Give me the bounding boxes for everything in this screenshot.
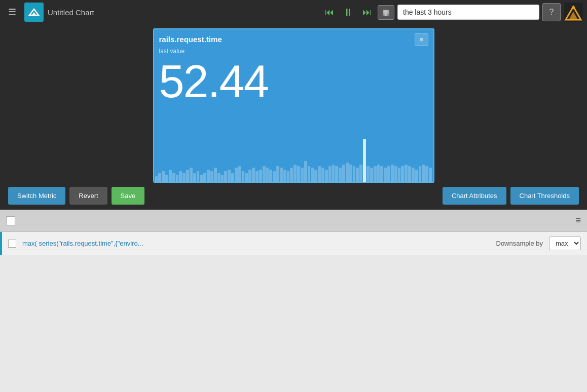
bar-chart-bar	[165, 175, 168, 182]
bar-chart-bar	[252, 168, 255, 181]
logo-box	[24, 3, 44, 22]
bar-chart-bar	[193, 173, 196, 182]
bar-chart-bar	[245, 173, 248, 182]
row-metric-text: max( series("rails.request.time",{"envir…	[22, 240, 490, 247]
revert-button[interactable]: Revert	[69, 187, 107, 205]
time-range-input[interactable]	[397, 5, 539, 20]
bar-chart-bar	[179, 171, 182, 181]
bar-chart-bar	[255, 171, 259, 181]
bar-chart-bar	[429, 168, 432, 181]
help-button[interactable]: ?	[542, 3, 561, 21]
data-menu-button[interactable]: ≡	[575, 215, 581, 226]
bar-chart-bar	[356, 168, 359, 181]
bar-chart-bar	[422, 165, 425, 182]
chart-widget: rails.request.time ≡ last value 52.44	[153, 28, 434, 183]
bar-chart-bar	[207, 170, 210, 182]
bar-chart-area	[154, 136, 433, 182]
bar-chart-bar	[359, 165, 362, 182]
bar-chart-bar	[374, 166, 377, 182]
bar-chart-bar	[273, 171, 276, 181]
downsample-select[interactable]: max min avg sum	[549, 237, 581, 250]
bar-chart-bar	[366, 166, 370, 182]
bar-chart-bar	[314, 170, 317, 182]
chart-thresholds-button[interactable]: Chart Thresholds	[510, 187, 579, 205]
bar-chart-bar	[276, 166, 279, 182]
main-chart-area: rails.request.time ≡ last value 52.44	[0, 24, 587, 181]
bar-chart-bar	[346, 163, 349, 181]
bar-chart-bar	[325, 170, 328, 182]
bar-chart-bar	[190, 168, 193, 181]
chart-menu-button[interactable]: ≡	[415, 33, 428, 46]
bar-chart-bar	[269, 170, 272, 182]
bar-chart-bar	[210, 171, 213, 181]
downsample-label: Downsample by	[496, 240, 543, 247]
table-row: max( series("rails.request.time",{"envir…	[0, 232, 587, 255]
bar-chart-bar	[328, 166, 332, 182]
bar-chart-bar	[155, 176, 158, 181]
bar-chart-bar	[384, 168, 387, 181]
switch-metric-button[interactable]: Switch Metric	[8, 187, 65, 205]
bar-chart-bar	[387, 166, 390, 182]
bar-chart-bar	[405, 165, 408, 182]
bar-chart-bar	[169, 170, 172, 182]
logo-icon	[28, 6, 40, 18]
bar-chart-bar	[287, 171, 290, 181]
bar-chart-bar	[283, 170, 286, 182]
nav-forward-button[interactable]: ⏭	[359, 5, 375, 20]
bar-chart-bar	[391, 165, 394, 182]
bar-chart-bar	[259, 170, 262, 182]
bar-chart-bar	[242, 171, 245, 181]
svg-point-3	[572, 6, 575, 9]
bar-chart-bar	[235, 168, 238, 181]
bar-chart-bar	[394, 166, 397, 182]
nav-pause-button[interactable]: ⏸	[340, 5, 356, 20]
bar-chart-bar	[398, 168, 401, 181]
bar-chart-bar	[238, 166, 241, 182]
bar-chart-bar	[339, 168, 342, 181]
bar-chart-bar	[197, 171, 200, 181]
bar-chart-bar	[401, 166, 404, 182]
bar-chart-bar	[321, 168, 324, 181]
bar-chart-bar	[335, 166, 338, 182]
bar-chart-bar	[363, 139, 366, 182]
bar-chart-bar	[200, 175, 203, 182]
data-area: ≡ max( series("rails.request.time",{"env…	[0, 210, 587, 392]
bar-chart-bar	[332, 165, 335, 182]
bar-chart-bar	[342, 165, 345, 182]
row-checkbox[interactable]	[8, 240, 16, 248]
bar-chart-bar	[176, 175, 179, 182]
bar-chart-bar	[301, 168, 304, 181]
bar-chart-bar	[248, 170, 251, 182]
chart-value: 52.44	[154, 57, 433, 107]
bar-chart-bar	[172, 173, 175, 182]
brand-logo-icon	[564, 3, 583, 22]
data-header: ≡	[0, 210, 587, 232]
bottom-toolbar: Switch Metric Revert Save Chart Attribut…	[0, 181, 587, 210]
chart-attributes-button[interactable]: Chart Attributes	[443, 187, 506, 205]
bar-chart-bar	[186, 170, 189, 182]
bar-chart-bar	[380, 166, 383, 182]
select-all-checkbox[interactable]	[6, 216, 15, 225]
bar-chart-bar	[419, 166, 422, 182]
save-button[interactable]: Save	[112, 187, 145, 205]
bar-chart-bar	[228, 170, 231, 182]
bar-chart-bar	[297, 166, 300, 182]
hamburger-menu-icon[interactable]: ☰	[4, 5, 20, 20]
grid-view-button[interactable]: ▦	[378, 5, 394, 20]
bar-chart-bar	[304, 161, 307, 182]
bar-chart-bar	[412, 168, 415, 181]
bar-chart-bar	[214, 168, 217, 181]
bar-chart-bar	[349, 165, 352, 182]
bar-chart-bar	[318, 166, 321, 182]
top-bar: ☰ Untitled Chart ⏮ ⏸ ⏭ ▦ ?	[0, 0, 587, 24]
bar-chart-bar	[415, 170, 418, 182]
bar-chart-bar	[311, 168, 314, 181]
bar-chart-bar	[290, 168, 293, 181]
bar-chart-bar	[231, 173, 234, 182]
bar-chart-bar	[353, 166, 356, 182]
bar-chart-bar	[370, 168, 373, 181]
bar-chart-bar	[203, 173, 206, 182]
chart-metric-title: rails.request.time	[159, 35, 222, 44]
bar-chart-bar	[182, 173, 186, 182]
nav-back-button[interactable]: ⏮	[322, 5, 337, 20]
